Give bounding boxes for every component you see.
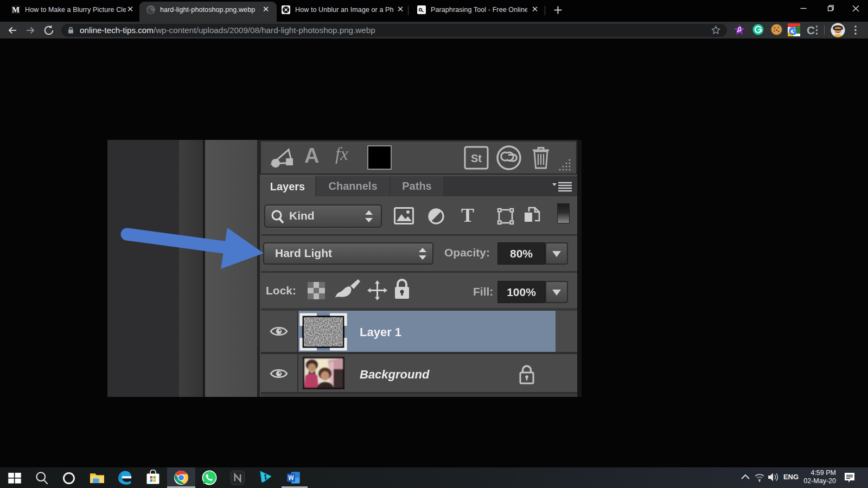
svg-text:St: St bbox=[471, 152, 482, 164]
svg-text:C: C bbox=[807, 24, 815, 36]
